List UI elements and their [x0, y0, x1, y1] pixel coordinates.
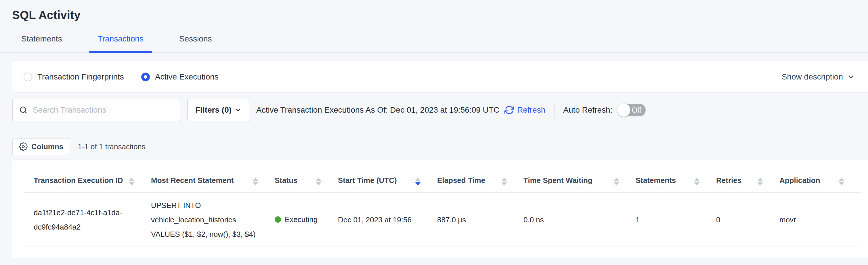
- search-icon: [19, 106, 28, 114]
- sort-arrows-icon[interactable]: [253, 178, 258, 186]
- tab-transactions[interactable]: Transactions: [89, 34, 152, 52]
- tab-sessions[interactable]: Sessions: [170, 34, 221, 52]
- toggle-state-label: Off: [632, 106, 641, 114]
- tab-statements[interactable]: Statements: [13, 34, 71, 52]
- column-header-statements[interactable]: Statements: [636, 160, 716, 193]
- show-description-toggle[interactable]: Show description: [782, 72, 855, 81]
- table-row: da1f21e2-de71-4c1f-a1da-dc9fc94a84a2 UPS…: [24, 193, 861, 247]
- cell-retries: 0: [716, 193, 779, 247]
- column-header-transaction-execution-id[interactable]: Transaction Execution ID: [24, 160, 151, 193]
- cell-transaction-execution-id[interactable]: da1f21e2-de71-4c1f-a1da-dc9fc94a84a2: [24, 193, 151, 247]
- toolbar-divider: [554, 101, 555, 119]
- cell-application: movr: [779, 193, 861, 247]
- table-header-row: Transaction Execution ID Most Recent Sta…: [24, 160, 861, 193]
- search-box: [12, 99, 180, 121]
- refresh-icon[interactable]: [504, 105, 514, 115]
- radio-circle-icon: [141, 73, 150, 81]
- filters-label: Filters (0): [195, 105, 231, 115]
- filters-button[interactable]: Filters (0): [187, 99, 249, 121]
- columns-button[interactable]: Columns: [12, 138, 70, 155]
- chevron-down-icon: [235, 107, 241, 113]
- sort-arrows-icon[interactable]: [316, 178, 321, 186]
- radio-label: Transaction Fingerprints: [37, 72, 124, 81]
- chevron-down-icon: [847, 73, 855, 81]
- radio-label: Active Executions: [155, 72, 219, 81]
- sql-activity-page: SQL Activity Statements Transactions Ses…: [0, 0, 868, 265]
- sort-arrows-icon[interactable]: [757, 178, 763, 186]
- auto-refresh-toggle[interactable]: Off: [618, 104, 646, 116]
- cell-start-time: Dec 01, 2023 at 19:56: [338, 193, 437, 247]
- gear-icon: [19, 142, 28, 151]
- status-label: Executing: [285, 212, 317, 227]
- refresh-label: Refresh: [517, 105, 545, 115]
- column-header-retries[interactable]: Retries: [716, 160, 779, 193]
- column-header-application[interactable]: Application: [779, 160, 861, 193]
- sort-arrows-icon[interactable]: [694, 178, 700, 186]
- radio-active-executions[interactable]: Active Executions: [141, 72, 219, 81]
- view-options-card: Transaction Fingerprints Active Executio…: [12, 61, 868, 92]
- sort-arrows-icon[interactable]: [839, 178, 844, 186]
- sort-arrows-icon[interactable]: [614, 178, 619, 186]
- tab-bar: Statements Transactions Sessions: [0, 34, 868, 53]
- show-description-label: Show description: [782, 72, 843, 81]
- sort-arrows-icon[interactable]: [502, 178, 507, 186]
- auto-refresh-label: Auto Refresh:: [563, 105, 612, 115]
- as-of-timestamp: Active Transaction Executions As Of: Dec…: [256, 105, 499, 115]
- cell-statements: 1: [636, 193, 716, 247]
- column-header-start-time[interactable]: Start Time (UTC): [338, 160, 437, 193]
- cell-status: Executing: [275, 193, 338, 247]
- transactions-table: Transaction Execution ID Most Recent Sta…: [24, 160, 861, 247]
- column-header-status[interactable]: Status: [275, 160, 338, 193]
- columns-button-label: Columns: [31, 142, 63, 151]
- sort-arrows-icon[interactable]: [415, 178, 421, 186]
- toolbar: Filters (0) Active Transaction Execution…: [12, 99, 868, 121]
- cell-elapsed-time: 887.0 µs: [437, 193, 523, 247]
- search-input[interactable]: [33, 105, 174, 115]
- column-header-time-spent-waiting[interactable]: Time Spent Waiting: [523, 160, 636, 193]
- cell-time-spent-waiting: 0.0 ns: [523, 193, 636, 247]
- column-header-elapsed-time[interactable]: Elapsed Time: [437, 160, 523, 193]
- radio-circle-icon: [24, 73, 32, 81]
- column-header-most-recent-statement[interactable]: Most Recent Statement: [151, 160, 275, 193]
- toggle-knob: [617, 103, 630, 117]
- cell-most-recent-statement: UPSERT INTO vehicle_location_histories V…: [151, 193, 275, 247]
- results-count: 1-1 of 1 transactions: [78, 142, 146, 151]
- radio-transaction-fingerprints[interactable]: Transaction Fingerprints: [24, 72, 124, 81]
- transactions-table-card: Transaction Execution ID Most Recent Sta…: [12, 160, 868, 258]
- refresh-button[interactable]: Refresh: [504, 105, 545, 115]
- status-executing-icon: [275, 216, 281, 223]
- table-controls-row: Columns 1-1 of 1 transactions: [12, 138, 868, 155]
- page-title: SQL Activity: [0, 0, 868, 22]
- sort-arrows-icon[interactable]: [129, 178, 134, 186]
